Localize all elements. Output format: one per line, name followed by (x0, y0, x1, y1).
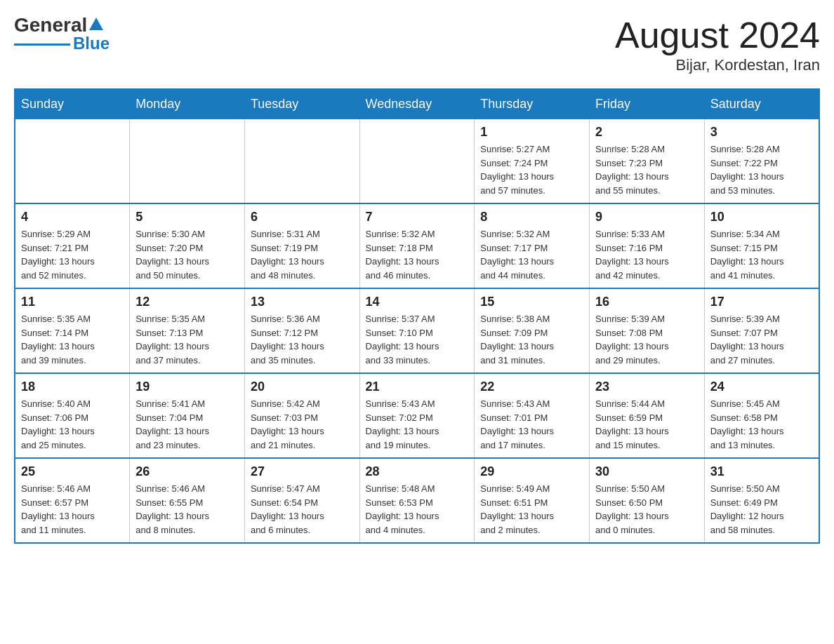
calendar-cell: 2Sunrise: 5:28 AM Sunset: 7:23 PM Daylig… (590, 119, 705, 204)
calendar-header-row: SundayMondayTuesdayWednesdayThursdayFrid… (15, 89, 819, 119)
day-number: 31 (710, 464, 813, 479)
calendar-cell: 19Sunrise: 5:41 AM Sunset: 7:04 PM Dayli… (130, 373, 245, 458)
calendar-cell: 23Sunrise: 5:44 AM Sunset: 6:59 PM Dayli… (590, 373, 705, 458)
calendar-cell: 1Sunrise: 5:27 AM Sunset: 7:24 PM Daylig… (475, 119, 590, 204)
day-info: Sunrise: 5:31 AM Sunset: 7:19 PM Dayligh… (251, 227, 354, 282)
calendar-week-row: 1Sunrise: 5:27 AM Sunset: 7:24 PM Daylig… (15, 119, 819, 204)
day-header-monday: Monday (130, 89, 245, 119)
day-number: 16 (595, 295, 699, 309)
day-number: 22 (480, 380, 583, 394)
day-info: Sunrise: 5:35 AM Sunset: 7:14 PM Dayligh… (21, 312, 124, 367)
calendar-cell: 22Sunrise: 5:43 AM Sunset: 7:01 PM Dayli… (475, 373, 590, 458)
calendar-cell: 11Sunrise: 5:35 AM Sunset: 7:14 PM Dayli… (15, 288, 130, 373)
day-number: 6 (251, 210, 354, 224)
day-number: 2 (595, 125, 699, 140)
logo-triangle-icon (88, 16, 104, 32)
day-number: 4 (21, 210, 124, 224)
day-info: Sunrise: 5:45 AM Sunset: 6:58 PM Dayligh… (710, 397, 813, 452)
calendar-week-row: 25Sunrise: 5:46 AM Sunset: 6:57 PM Dayli… (15, 458, 819, 543)
calendar-cell: 14Sunrise: 5:37 AM Sunset: 7:10 PM Dayli… (359, 288, 475, 373)
calendar-cell: 21Sunrise: 5:43 AM Sunset: 7:02 PM Dayli… (359, 373, 475, 458)
logo-blue-text: Blue (73, 34, 110, 53)
calendar-cell: 24Sunrise: 5:45 AM Sunset: 6:58 PM Dayli… (704, 373, 819, 458)
day-info: Sunrise: 5:35 AM Sunset: 7:13 PM Dayligh… (135, 312, 239, 367)
calendar-cell: 26Sunrise: 5:46 AM Sunset: 6:55 PM Dayli… (130, 458, 245, 543)
day-number: 19 (135, 380, 239, 394)
day-number: 8 (480, 210, 583, 224)
day-number: 28 (366, 464, 469, 479)
day-header-thursday: Thursday (475, 89, 590, 119)
day-header-saturday: Saturday (704, 89, 819, 119)
day-info: Sunrise: 5:38 AM Sunset: 7:09 PM Dayligh… (480, 312, 583, 367)
day-info: Sunrise: 5:36 AM Sunset: 7:12 PM Dayligh… (251, 312, 354, 367)
day-number: 7 (366, 210, 469, 224)
calendar-cell (15, 119, 130, 204)
calendar-cell: 31Sunrise: 5:50 AM Sunset: 6:49 PM Dayli… (704, 458, 819, 543)
calendar-cell: 30Sunrise: 5:50 AM Sunset: 6:50 PM Dayli… (590, 458, 705, 543)
day-number: 5 (135, 210, 239, 224)
calendar-cell: 15Sunrise: 5:38 AM Sunset: 7:09 PM Dayli… (475, 288, 590, 373)
day-info: Sunrise: 5:28 AM Sunset: 7:23 PM Dayligh… (595, 142, 699, 197)
day-number: 3 (710, 125, 813, 140)
day-header-friday: Friday (590, 89, 705, 119)
day-info: Sunrise: 5:40 AM Sunset: 7:06 PM Dayligh… (21, 397, 124, 452)
day-number: 27 (251, 464, 354, 479)
day-number: 12 (135, 295, 239, 309)
calendar-cell: 12Sunrise: 5:35 AM Sunset: 7:13 PM Dayli… (130, 288, 245, 373)
calendar-cell: 9Sunrise: 5:33 AM Sunset: 7:16 PM Daylig… (590, 203, 705, 288)
calendar-table: SundayMondayTuesdayWednesdayThursdayFrid… (14, 88, 820, 544)
day-number: 17 (710, 295, 813, 309)
day-number: 21 (366, 380, 469, 394)
calendar-week-row: 18Sunrise: 5:40 AM Sunset: 7:06 PM Dayli… (15, 373, 819, 458)
logo: General Blue (14, 14, 110, 53)
day-number: 23 (595, 380, 699, 394)
day-info: Sunrise: 5:42 AM Sunset: 7:03 PM Dayligh… (251, 397, 354, 452)
day-number: 15 (480, 295, 583, 309)
day-info: Sunrise: 5:34 AM Sunset: 7:15 PM Dayligh… (710, 227, 813, 282)
calendar-cell: 27Sunrise: 5:47 AM Sunset: 6:54 PM Dayli… (244, 458, 359, 543)
day-info: Sunrise: 5:46 AM Sunset: 6:57 PM Dayligh… (21, 482, 124, 537)
calendar-cell: 20Sunrise: 5:42 AM Sunset: 7:03 PM Dayli… (244, 373, 359, 458)
calendar-cell: 13Sunrise: 5:36 AM Sunset: 7:12 PM Dayli… (244, 288, 359, 373)
day-number: 14 (366, 295, 469, 309)
day-number: 24 (710, 380, 813, 394)
day-header-tuesday: Tuesday (244, 89, 359, 119)
day-info: Sunrise: 5:39 AM Sunset: 7:07 PM Dayligh… (710, 312, 813, 367)
day-info: Sunrise: 5:32 AM Sunset: 7:18 PM Dayligh… (366, 227, 469, 282)
calendar-cell: 10Sunrise: 5:34 AM Sunset: 7:15 PM Dayli… (704, 203, 819, 288)
day-info: Sunrise: 5:43 AM Sunset: 7:01 PM Dayligh… (480, 397, 583, 452)
day-info: Sunrise: 5:30 AM Sunset: 7:20 PM Dayligh… (135, 227, 239, 282)
calendar-cell: 7Sunrise: 5:32 AM Sunset: 7:18 PM Daylig… (359, 203, 475, 288)
day-number: 18 (21, 380, 124, 394)
day-header-sunday: Sunday (15, 89, 130, 119)
month-title: August 2024 (615, 14, 820, 56)
calendar-cell: 4Sunrise: 5:29 AM Sunset: 7:21 PM Daylig… (15, 203, 130, 288)
day-info: Sunrise: 5:28 AM Sunset: 7:22 PM Dayligh… (710, 142, 813, 197)
title-area: August 2024 Bijar, Kordestan, Iran (615, 14, 820, 74)
day-number: 20 (251, 380, 354, 394)
day-info: Sunrise: 5:43 AM Sunset: 7:02 PM Dayligh… (366, 397, 469, 452)
day-info: Sunrise: 5:39 AM Sunset: 7:08 PM Dayligh… (595, 312, 699, 367)
day-number: 1 (480, 125, 583, 140)
calendar-cell: 29Sunrise: 5:49 AM Sunset: 6:51 PM Dayli… (475, 458, 590, 543)
day-info: Sunrise: 5:50 AM Sunset: 6:50 PM Dayligh… (595, 482, 699, 537)
calendar-week-row: 11Sunrise: 5:35 AM Sunset: 7:14 PM Dayli… (15, 288, 819, 373)
day-info: Sunrise: 5:37 AM Sunset: 7:10 PM Dayligh… (366, 312, 469, 367)
calendar-cell: 8Sunrise: 5:32 AM Sunset: 7:17 PM Daylig… (475, 203, 590, 288)
day-number: 29 (480, 464, 583, 479)
svg-marker-0 (89, 18, 103, 30)
day-info: Sunrise: 5:46 AM Sunset: 6:55 PM Dayligh… (135, 482, 239, 537)
calendar-cell: 6Sunrise: 5:31 AM Sunset: 7:19 PM Daylig… (244, 203, 359, 288)
day-info: Sunrise: 5:50 AM Sunset: 6:49 PM Dayligh… (710, 482, 813, 537)
calendar-cell: 28Sunrise: 5:48 AM Sunset: 6:53 PM Dayli… (359, 458, 475, 543)
day-info: Sunrise: 5:49 AM Sunset: 6:51 PM Dayligh… (480, 482, 583, 537)
location-text: Bijar, Kordestan, Iran (615, 56, 820, 74)
calendar-cell (244, 119, 359, 204)
calendar-cell: 25Sunrise: 5:46 AM Sunset: 6:57 PM Dayli… (15, 458, 130, 543)
calendar-cell (359, 119, 475, 204)
day-number: 9 (595, 210, 699, 224)
day-number: 30 (595, 464, 699, 479)
calendar-cell: 17Sunrise: 5:39 AM Sunset: 7:07 PM Dayli… (704, 288, 819, 373)
day-number: 25 (21, 464, 124, 479)
day-number: 13 (251, 295, 354, 309)
